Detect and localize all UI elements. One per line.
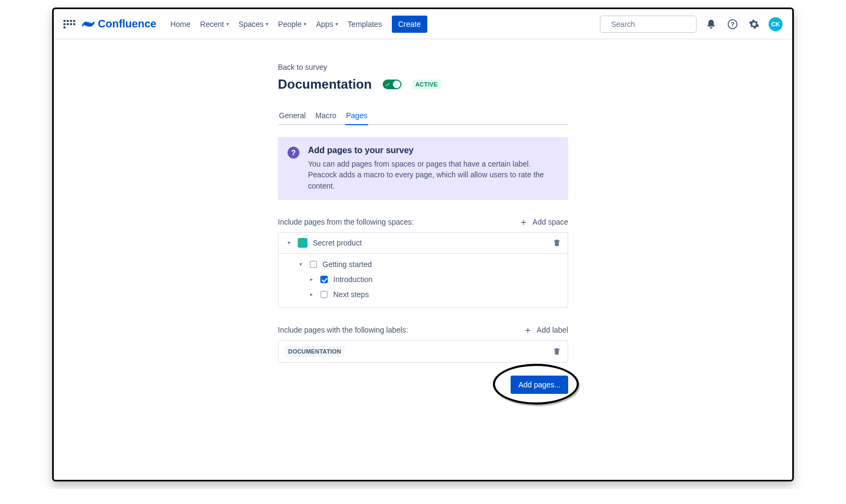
main-content: Back to survey Documentation ACTIVE Gene… xyxy=(54,39,792,480)
info-body: You can add pages from spaces or pages t… xyxy=(308,159,558,191)
expand-icon[interactable]: ▸ xyxy=(307,276,315,282)
create-button[interactable]: Create xyxy=(392,16,427,33)
notifications-icon[interactable] xyxy=(704,17,718,31)
nav-people[interactable]: People▾ xyxy=(278,20,306,28)
delete-label-icon[interactable] xyxy=(553,347,561,356)
nav-apps[interactable]: Apps▾ xyxy=(316,20,338,28)
tree-row-getting-started: ▾ Getting started xyxy=(278,257,568,272)
primary-nav: Home Recent▾ Spaces▾ People▾ Apps▾ Templ… xyxy=(170,16,427,33)
plus-icon: ＋ xyxy=(523,325,533,335)
user-avatar[interactable]: CK xyxy=(769,17,783,31)
expand-icon[interactable]: ▸ xyxy=(307,291,315,297)
checkbox-introduction[interactable] xyxy=(320,276,328,283)
app-switcher-icon[interactable] xyxy=(63,18,76,31)
tabs: General Macro Pages xyxy=(278,107,568,125)
labels-section-header: Include pages with the following labels:… xyxy=(278,325,568,335)
tab-macro[interactable]: Macro xyxy=(314,107,338,125)
logo-text: Confluence xyxy=(98,18,156,30)
settings-icon[interactable] xyxy=(747,17,761,31)
collapse-icon[interactable]: ▾ xyxy=(285,240,292,246)
labels-section-label: Include pages with the following labels: xyxy=(278,326,408,334)
plus-icon: ＋ xyxy=(519,217,528,227)
tree-row-next-steps: ▸ Next steps xyxy=(278,287,568,302)
title-row: Documentation ACTIVE xyxy=(278,77,568,92)
tab-general[interactable]: General xyxy=(278,107,307,125)
tree-label[interactable]: Next steps xyxy=(333,290,369,299)
page-title: Documentation xyxy=(278,77,372,92)
label-chip-documentation[interactable]: DOCUMENTATION xyxy=(285,346,345,357)
spaces-section-label: Include pages from the following spaces: xyxy=(278,218,414,226)
nav-recent[interactable]: Recent▾ xyxy=(200,20,228,28)
top-navigation: Confluence Home Recent▾ Spaces▾ People▾ … xyxy=(54,9,792,39)
confluence-logo-icon xyxy=(82,18,95,31)
back-to-survey-link[interactable]: Back to survey xyxy=(278,63,568,71)
svg-text:?: ? xyxy=(730,20,734,27)
search-box[interactable] xyxy=(600,16,697,33)
info-box: ? Add pages to your survey You can add p… xyxy=(278,137,568,200)
footer-actions: Add pages... xyxy=(278,376,568,394)
space-avatar-icon xyxy=(298,238,307,248)
space-name[interactable]: Secret product xyxy=(313,239,362,247)
delete-space-icon[interactable] xyxy=(553,239,561,247)
nav-templates[interactable]: Templates xyxy=(348,20,382,28)
tab-pages[interactable]: Pages xyxy=(345,107,369,125)
chevron-down-icon: ▾ xyxy=(266,21,268,27)
add-pages-button[interactable]: Add pages... xyxy=(511,376,568,394)
tree-row-introduction: ▸ Introduction xyxy=(278,272,568,287)
search-input[interactable] xyxy=(610,19,706,29)
status-badge: ACTIVE xyxy=(412,80,441,89)
tree-label[interactable]: Introduction xyxy=(333,275,372,284)
info-title: Add pages to your survey xyxy=(308,146,558,155)
add-space-button[interactable]: ＋ Add space xyxy=(519,217,568,227)
confluence-logo[interactable]: Confluence xyxy=(82,18,156,31)
active-toggle[interactable] xyxy=(383,80,402,89)
spaces-panel: ▾ Secret product ▾ Getting started ▸ xyxy=(278,232,568,308)
chevron-down-icon: ▾ xyxy=(335,21,338,27)
nav-home[interactable]: Home xyxy=(170,20,190,28)
tree-label[interactable]: Getting started xyxy=(322,260,372,269)
spaces-section-header: Include pages from the following spaces:… xyxy=(278,217,568,227)
chevron-down-icon: ▾ xyxy=(226,21,229,27)
header-icons: ? CK xyxy=(704,17,783,31)
page-tree: ▾ Getting started ▸ Introduction ▸ Next … xyxy=(278,254,568,307)
chevron-down-icon: ▾ xyxy=(304,21,306,27)
add-label-button[interactable]: ＋ Add label xyxy=(523,325,568,335)
checkbox-getting-started[interactable] xyxy=(310,261,317,268)
nav-spaces[interactable]: Spaces▾ xyxy=(239,20,269,28)
info-help-icon: ? xyxy=(288,147,299,159)
space-row: ▾ Secret product xyxy=(278,233,568,254)
checkbox-next-steps[interactable] xyxy=(320,291,328,298)
app-frame: Confluence Home Recent▾ Spaces▾ People▾ … xyxy=(52,8,794,481)
collapse-icon[interactable]: ▾ xyxy=(297,261,304,267)
help-icon[interactable]: ? xyxy=(726,17,740,31)
labels-panel: DOCUMENTATION xyxy=(278,340,568,363)
check-icon xyxy=(385,82,390,87)
